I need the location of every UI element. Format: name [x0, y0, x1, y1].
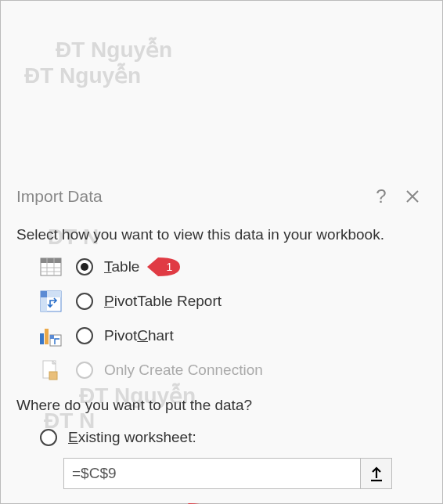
- watermark: ĐT Nguyễn: [56, 37, 443, 63]
- connection-icon: [40, 359, 62, 381]
- option-table[interactable]: Table 1: [40, 251, 427, 283]
- svg-rect-8: [47, 291, 61, 297]
- option-pivottable[interactable]: PivotTable Report: [40, 286, 427, 317]
- cell-reference-input[interactable]: [63, 458, 361, 489]
- svg-rect-7: [41, 291, 47, 297]
- table-icon: [40, 256, 62, 278]
- range-selector-button[interactable]: [361, 458, 392, 489]
- pivottable-icon: [40, 290, 62, 312]
- cell-reference-group: [63, 458, 392, 489]
- option-connection: Only Create Connection: [40, 355, 427, 386]
- section-location-label: Where do you want to put the data?: [16, 397, 427, 414]
- radio-pivottable[interactable]: [76, 293, 93, 310]
- svg-rect-15: [49, 372, 57, 380]
- svg-rect-11: [45, 329, 49, 344]
- svg-rect-9: [41, 297, 47, 311]
- svg-rect-1: [41, 258, 61, 263]
- radio-connection: [76, 362, 93, 379]
- callout-1: 1: [147, 257, 180, 276]
- option-table-label: Table: [104, 258, 139, 275]
- option-pivotchart-label: PivotChart: [104, 327, 174, 344]
- svg-rect-10: [40, 333, 44, 344]
- radio-table[interactable]: [76, 258, 93, 275]
- option-existing-worksheet[interactable]: Existing worksheet:: [40, 422, 427, 453]
- import-data-dialog: ĐT Nguyễn ĐT Nguyễn ĐT N ĐT Nguyễn ĐT N …: [0, 0, 443, 504]
- dialog-body: Select how you want to view this data in…: [1, 214, 442, 504]
- option-pivotchart[interactable]: PivotChart: [40, 320, 427, 351]
- watermark: ĐT Nguyễn: [24, 63, 443, 88]
- svg-rect-13: [50, 335, 54, 339]
- pivotchart-icon: [40, 325, 62, 347]
- option-existing-label: Existing worksheet:: [68, 429, 196, 446]
- option-pivottable-label: PivotTable Report: [104, 293, 222, 310]
- close-icon[interactable]: [397, 189, 428, 204]
- option-new-worksheet[interactable]: New worksheet 2: [40, 497, 427, 504]
- dialog-title: Import Data: [16, 187, 366, 206]
- option-connection-label: Only Create Connection: [104, 362, 263, 379]
- section-view-label: Select how you want to view this data in…: [16, 226, 427, 243]
- help-icon[interactable]: ?: [366, 185, 397, 207]
- radio-pivotchart[interactable]: [76, 327, 93, 344]
- radio-existing[interactable]: [40, 429, 57, 446]
- titlebar: Import Data ?: [1, 179, 442, 214]
